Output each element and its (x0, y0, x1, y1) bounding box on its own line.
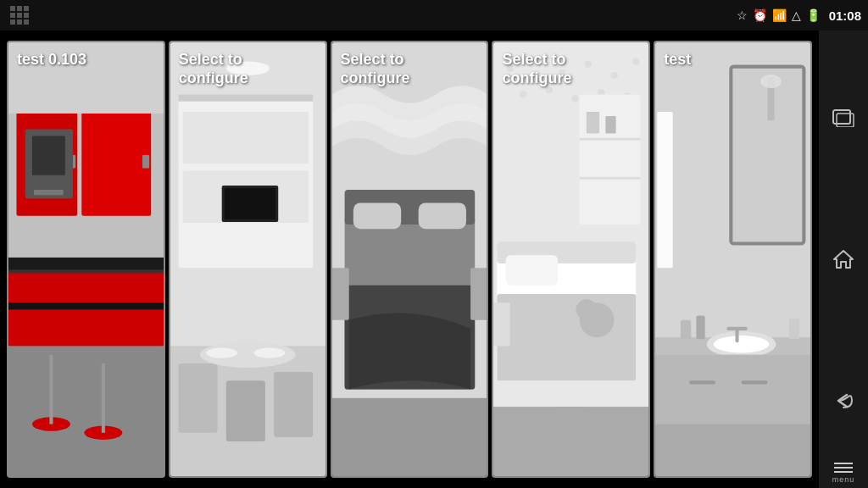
nav-buttons (819, 30, 868, 488)
bathroom-visual (655, 42, 810, 476)
svg-point-55 (572, 95, 579, 102)
menu-line-1 (834, 463, 853, 464)
svg-rect-44 (332, 268, 349, 319)
room-card-kitchen[interactable]: test 0.103 (7, 41, 165, 478)
room-card-bedroom[interactable]: Select to configure (331, 41, 489, 478)
svg-rect-59 (580, 138, 641, 141)
signal-icon: △ (792, 9, 801, 21)
svg-point-54 (546, 86, 553, 93)
svg-rect-16 (49, 355, 53, 424)
svg-rect-88 (789, 319, 799, 340)
svg-point-50 (585, 61, 592, 68)
svg-rect-6 (81, 112, 151, 216)
card-label-kidsroom: Select to configure (502, 51, 571, 87)
svg-rect-18 (102, 363, 105, 433)
grid-menu-icon[interactable] (7, 3, 32, 28)
menu-button[interactable]: menu (819, 458, 868, 488)
svg-marker-2 (834, 251, 853, 268)
svg-rect-92 (655, 424, 810, 476)
main-content: test 0.103 (0, 30, 819, 488)
svg-rect-30 (226, 380, 265, 441)
battery-icon: 🔋 (806, 9, 821, 21)
menu-label-text: menu (832, 475, 855, 484)
svg-rect-40 (418, 202, 465, 229)
svg-rect-11 (8, 258, 164, 269)
svg-rect-43 (332, 398, 487, 476)
svg-rect-87 (697, 316, 705, 340)
card-label-bedroom: Select to configure (341, 51, 410, 87)
card-label-bathroom: test (664, 51, 691, 69)
svg-point-80 (760, 75, 782, 88)
time-display: 01:08 (829, 8, 861, 23)
bedroom-visual (332, 42, 487, 476)
svg-rect-14 (34, 190, 64, 195)
home-button[interactable] (827, 243, 860, 275)
svg-rect-0 (833, 110, 850, 124)
recent-apps-button[interactable] (827, 102, 860, 134)
menu-line-2 (834, 467, 853, 469)
svg-point-53 (520, 91, 526, 97)
svg-rect-61 (587, 112, 599, 134)
svg-rect-39 (353, 202, 400, 229)
svg-point-68 (576, 299, 598, 320)
kitchen-visual (8, 42, 164, 476)
svg-rect-13 (32, 136, 65, 175)
card-label-living: Select to configure (179, 51, 248, 87)
svg-rect-29 (178, 363, 217, 433)
svg-rect-65 (506, 255, 558, 286)
svg-point-52 (632, 58, 639, 64)
svg-rect-23 (178, 94, 313, 101)
svg-rect-8 (142, 155, 149, 168)
alarm-icon: ⏰ (753, 9, 767, 21)
card-label-kitchen: test 0.103 (17, 51, 86, 69)
svg-point-51 (611, 72, 618, 79)
svg-rect-19 (8, 302, 164, 309)
svg-rect-24 (182, 112, 308, 164)
svg-rect-66 (498, 294, 637, 380)
back-button[interactable] (827, 385, 860, 417)
svg-rect-91 (742, 380, 768, 384)
room-card-kidsroom[interactable]: Select to configure (492, 41, 650, 478)
svg-rect-72 (493, 407, 648, 476)
svg-rect-84 (736, 329, 739, 342)
svg-rect-76 (733, 69, 803, 242)
svg-rect-85 (726, 327, 748, 330)
svg-point-33 (206, 347, 237, 358)
svg-rect-45 (470, 268, 487, 319)
living-room-visual (170, 42, 326, 476)
room-card-living[interactable]: Select to configure (169, 41, 327, 478)
wifi-icon: 📶 (772, 9, 787, 21)
svg-rect-78 (657, 112, 672, 268)
svg-rect-60 (580, 177, 641, 180)
status-bar: ☆ ⏰ 📶 △ 🔋 01:08 (0, 0, 868, 30)
status-left (7, 3, 32, 28)
menu-line-3 (834, 471, 853, 473)
svg-rect-73 (493, 302, 510, 346)
room-card-bathroom[interactable]: test (654, 41, 812, 478)
svg-rect-31 (274, 372, 313, 437)
svg-rect-4 (8, 346, 164, 476)
svg-point-83 (714, 336, 770, 352)
status-right: ☆ ⏰ 📶 △ 🔋 01:08 (737, 8, 861, 23)
kidsroom-visual (493, 42, 648, 476)
svg-rect-27 (225, 188, 275, 219)
svg-rect-90 (689, 380, 715, 384)
bluetooth-icon: ☆ (737, 9, 748, 21)
svg-point-34 (253, 347, 285, 358)
svg-rect-62 (606, 116, 616, 133)
svg-rect-86 (681, 320, 691, 340)
